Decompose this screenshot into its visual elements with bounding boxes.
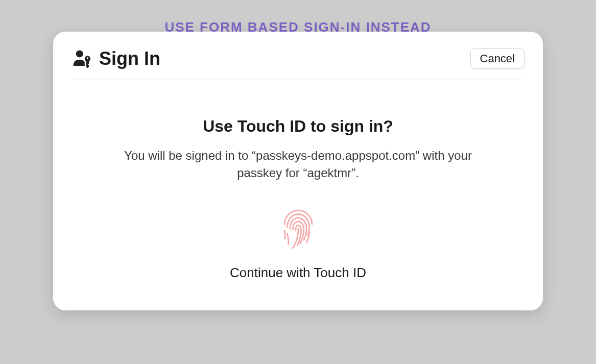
fingerprint-wrap: Continue with Touch ID xyxy=(71,207,525,281)
title-group: Sign In xyxy=(71,48,160,69)
continue-touchid-label: Continue with Touch ID xyxy=(230,265,366,281)
svg-point-0 xyxy=(76,50,83,57)
modal-body: Use Touch ID to sign in? You will be sig… xyxy=(71,80,525,281)
passkey-icon xyxy=(71,48,93,69)
fingerprint-icon xyxy=(275,207,321,253)
modal-header: Sign In Cancel xyxy=(71,48,525,80)
touchid-heading: Use Touch ID to sign in? xyxy=(71,117,525,136)
signin-modal: Sign In Cancel Use Touch ID to sign in? … xyxy=(53,32,543,310)
modal-title: Sign In xyxy=(99,48,160,69)
svg-point-2 xyxy=(87,57,88,59)
touchid-subtext: You will be signed in to “passkeys-demo.… xyxy=(104,147,492,181)
cancel-button[interactable]: Cancel xyxy=(470,48,525,69)
